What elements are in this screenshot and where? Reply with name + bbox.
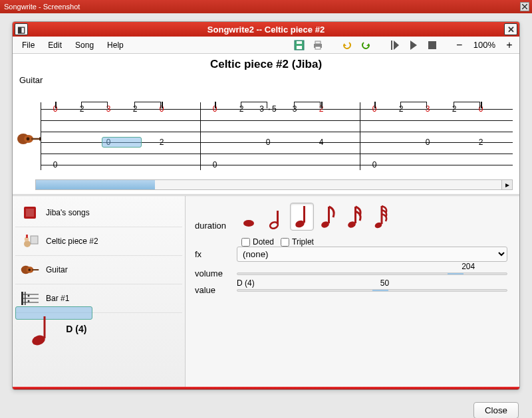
svg-point-25: [28, 295, 30, 297]
tree-song-label: Celtic piece #2: [46, 237, 98, 246]
tree-bar-label: Bar #1: [46, 294, 69, 303]
scroll-right-icon[interactable]: ▸: [501, 180, 512, 189]
triplet-label: Triplet: [292, 237, 314, 247]
svg-point-10: [27, 138, 30, 141]
svg-rect-4: [315, 41, 321, 44]
zoom-in-button[interactable]: +: [503, 39, 515, 51]
song-icon: [21, 233, 39, 250]
songbook-icon: [21, 204, 39, 221]
bar-icon: [21, 290, 39, 307]
outer-close-button[interactable]: [520, 2, 529, 11]
tree-songbook-label: Jiba's songs: [46, 208, 90, 217]
svg-point-15: [24, 241, 31, 247]
duration-label: duration: [195, 221, 231, 231]
svg-rect-16: [31, 236, 38, 244]
app-window-title: Songwrite2 -- Celtic piece #2: [30, 25, 502, 35]
svg-rect-7: [428, 41, 436, 49]
tree-song[interactable]: Celtic piece #2: [15, 227, 182, 256]
duration-sixteenth[interactable]: [343, 203, 367, 231]
svg-rect-2: [297, 41, 302, 44]
svg-rect-5: [315, 47, 321, 49]
duration-quarter[interactable]: [290, 203, 314, 231]
tree-instrument[interactable]: Guitar: [15, 256, 182, 284]
svg-point-21: [28, 268, 31, 271]
menu-file[interactable]: File: [17, 39, 40, 51]
horizontal-scrollbar[interactable]: ▸: [35, 179, 513, 190]
window-close-button[interactable]: ✕: [504, 23, 517, 35]
fx-label: fx: [195, 249, 231, 259]
triplet-checkbox[interactable]: [281, 238, 289, 247]
duration-eighth[interactable]: [317, 203, 340, 231]
svg-rect-14: [26, 209, 34, 217]
tree-instrument-label: Guitar: [46, 265, 68, 274]
value-text: D (4): [237, 278, 255, 288]
duration-whole[interactable]: [237, 216, 261, 231]
value-slider[interactable]: D (4) 50: [237, 289, 507, 292]
dotted-checkbox[interactable]: [241, 238, 250, 247]
menu-help[interactable]: Help: [102, 39, 129, 51]
instrument-icon: [21, 261, 39, 278]
stop-icon[interactable]: [426, 39, 439, 52]
zoom-out-button[interactable]: −: [454, 39, 466, 51]
menu-song[interactable]: Song: [70, 39, 99, 51]
duration-half[interactable]: [263, 208, 287, 231]
svg-rect-6: [391, 41, 392, 50]
tablature-view[interactable]: 02320020023→53204002320020: [19, 85, 513, 178]
svg-rect-1: [297, 46, 302, 49]
menu-edit[interactable]: Edit: [43, 39, 67, 51]
value-label: value: [195, 285, 231, 295]
duration-thirtysecond[interactable]: [370, 203, 394, 231]
svg-rect-22: [32, 269, 39, 270]
svg-rect-11: [31, 138, 40, 140]
volume-label: volume: [195, 268, 231, 278]
tree-note[interactable]: D (4): [15, 306, 92, 320]
svg-rect-18: [26, 235, 28, 238]
volume-slider[interactable]: 204: [237, 272, 507, 275]
value-number: 50: [380, 278, 389, 288]
dotted-label: Doted: [253, 237, 274, 247]
tree-note-label: D (4): [66, 324, 86, 334]
score-title: Celtic piece #2 (Jiba): [19, 58, 513, 71]
svg-point-32: [243, 220, 254, 227]
window-menu-button[interactable]: ◧: [15, 23, 28, 35]
volume-value: 204: [462, 262, 475, 271]
close-button[interactable]: Close: [473, 402, 519, 418]
play-icon[interactable]: [407, 39, 420, 52]
redo-icon[interactable]: [359, 39, 372, 52]
print-icon[interactable]: [311, 39, 325, 52]
play-start-icon[interactable]: [388, 39, 402, 52]
undo-icon[interactable]: [340, 39, 354, 52]
tree-songbook[interactable]: Jiba's songs: [15, 199, 182, 227]
instrument-label: Guitar: [19, 75, 513, 85]
zoom-level: 100%: [468, 40, 501, 50]
svg-point-26: [28, 300, 30, 302]
fx-select[interactable]: (none): [237, 247, 507, 262]
outer-window-title: Songwrite - Screenshot: [4, 3, 80, 11]
save-icon[interactable]: [293, 39, 306, 52]
guitar-icon: [17, 132, 39, 145]
